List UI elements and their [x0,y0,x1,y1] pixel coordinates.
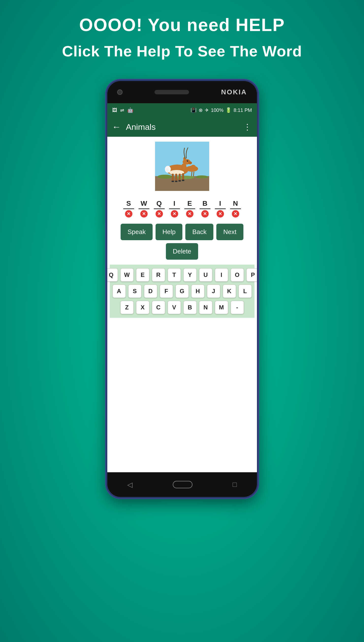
key-F[interactable]: F [160,284,173,298]
image-icon: 🖼 [112,107,117,113]
letter-cell-1: S ✕ [123,200,134,217]
key-R[interactable]: R [152,268,165,281]
key-J[interactable]: J [207,284,220,298]
wrong-indicator: ✕ [125,210,132,217]
back-button[interactable]: Back [185,224,214,240]
key-dash[interactable]: - [230,301,244,314]
key-P[interactable]: P [246,268,258,281]
letter-char: E [184,200,195,209]
phone-top-bar: NOKIA [107,81,257,103]
key-C[interactable]: C [152,301,165,314]
keyboard-row-2: A S D F G H J K L [112,284,252,298]
letter-cell-5: E ✕ [184,200,195,217]
key-N[interactable]: N [199,301,212,314]
phone-bottom-bar: ◁ □ [107,472,257,497]
key-I[interactable]: I [215,268,228,281]
home-nav-button[interactable] [173,481,192,488]
key-X[interactable]: X [136,301,150,314]
key-O[interactable]: O [230,268,244,281]
letters-row: S ✕ W ✕ Q ✕ I ✕ E ✕ B ✕ [123,200,241,217]
letter-char: N [230,200,241,209]
svg-rect-21 [182,173,184,180]
svg-rect-25 [182,180,184,181]
key-M[interactable]: M [215,301,228,314]
wrong-indicator: ✕ [216,210,224,217]
letter-char: I [169,200,180,209]
svg-rect-22 [172,181,174,182]
letter-cell-3: Q ✕ [154,200,165,217]
wrong-indicator: ✕ [140,210,148,217]
svg-rect-20 [179,174,181,181]
key-B[interactable]: B [183,301,197,314]
usb-icon: ⇌ [120,107,124,113]
speak-button[interactable]: Speak [120,224,152,240]
wrong-indicator: ✕ [171,210,178,217]
svg-line-8 [194,172,194,176]
svg-point-13 [187,160,188,162]
next-button[interactable]: Next [216,224,243,240]
keyboard: Q W E R T Y U I O P A S D F G H J K L [110,265,254,318]
key-Q[interactable]: Q [106,268,118,281]
letter-cell-8: N ✕ [230,200,241,217]
help-button[interactable]: Help [156,224,182,240]
brand-label: NOKIA [221,88,247,96]
svg-point-3 [175,176,194,179]
letter-cell-4: I ✕ [169,200,180,217]
svg-point-26 [166,168,168,172]
letter-cell-6: B ✕ [200,200,210,217]
back-nav-icon[interactable]: ◁ [127,481,133,489]
svg-rect-19 [175,174,177,181]
recents-nav-icon[interactable]: □ [232,481,237,489]
letter-char: S [123,200,134,209]
animal-image-container [155,142,209,191]
wrong-indicator: ✕ [186,210,194,217]
animal-image [155,142,209,191]
letter-cell-7: I ✕ [215,200,226,217]
time-display: 8:11 PM [234,107,252,113]
back-arrow-icon[interactable]: ← [112,122,121,132]
overflow-menu-icon[interactable]: ⋮ [243,122,252,132]
key-Y[interactable]: Y [183,268,197,281]
keyboard-row-3: Z X C V B N M - [120,301,244,314]
key-W[interactable]: W [120,268,134,281]
status-right-icons: 📳 ⊗ ✈ 100% 🔋 8:11 PM [190,107,252,113]
letter-char: W [138,200,150,209]
header-subtitle: Click The Help To See The Word [62,42,302,60]
key-T[interactable]: T [168,268,181,281]
key-A[interactable]: A [112,284,126,298]
app-content: S ✕ W ✕ Q ✕ I ✕ E ✕ B ✕ [107,137,257,472]
wrong-indicator: ✕ [201,210,209,217]
key-K[interactable]: K [223,284,236,298]
android-icon: 🤖 [127,107,134,113]
airplane-icon: ✈ [205,107,209,113]
svg-rect-18 [172,174,174,181]
key-V[interactable]: V [168,301,181,314]
key-D[interactable]: D [144,284,157,298]
speaker-grille [154,90,189,94]
letter-cell-2: W ✕ [138,200,150,217]
delete-button[interactable]: Delete [166,243,198,260]
letter-char: Q [154,200,165,209]
key-Z[interactable]: Z [120,301,134,314]
key-L[interactable]: L [238,284,252,298]
svg-rect-24 [178,180,181,182]
svg-point-12 [188,161,192,164]
key-S[interactable]: S [128,284,142,298]
key-G[interactable]: G [176,284,189,298]
no-signal-icon: ⊗ [198,107,203,113]
key-H[interactable]: H [191,284,204,298]
svg-point-2 [158,175,172,179]
status-left-icons: 🖼 ⇌ 🤖 [112,107,134,113]
action-buttons: Speak Help Back Next Delete [110,224,254,260]
key-E[interactable]: E [136,268,150,281]
battery-percent: 100% [211,107,224,113]
svg-point-4 [196,175,208,178]
battery-icon: 🔋 [226,107,232,113]
header-title: OOOO! You need HELP [62,15,302,35]
key-U[interactable]: U [199,268,212,281]
keyboard-row-1: Q W E R T Y U I O P [106,268,258,281]
svg-line-7 [192,172,192,176]
wrong-indicator: ✕ [232,210,239,217]
camera-icon [117,89,122,95]
svg-rect-23 [175,181,178,182]
